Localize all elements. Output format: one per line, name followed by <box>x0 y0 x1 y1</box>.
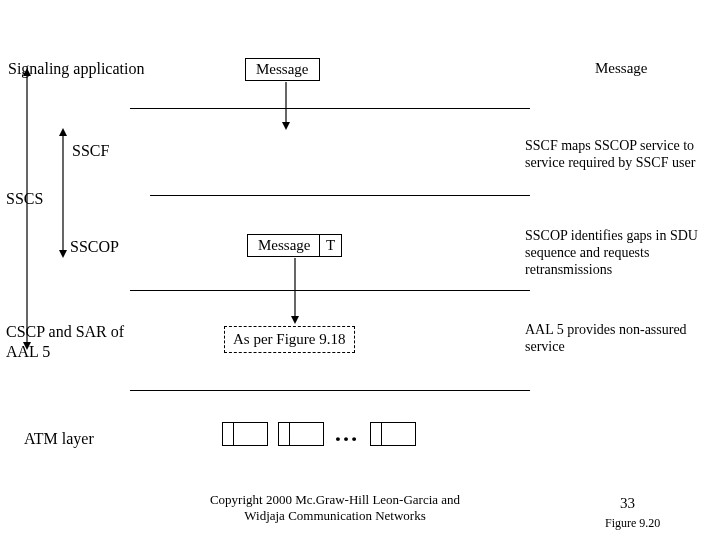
page-number: 33 <box>620 495 635 512</box>
sscop-note: SSCOP identifies gaps in SDU sequence an… <box>525 228 715 278</box>
divider-4 <box>130 390 530 391</box>
trailer-box: T <box>319 234 342 257</box>
message-box-top: Message <box>245 58 320 81</box>
divider-1 <box>130 108 530 109</box>
message-box-mid: Message <box>247 234 320 257</box>
sscf-label: SSCF <box>72 142 109 160</box>
svg-marker-6 <box>59 128 67 136</box>
divider-3 <box>130 290 530 291</box>
atm-layer-label: ATM layer <box>24 430 94 448</box>
svg-marker-7 <box>59 250 67 258</box>
aal-note: AAL 5 provides non-assured service <box>525 322 715 356</box>
aal-figure-box: As per Figure 9.18 <box>224 326 355 353</box>
svg-marker-3 <box>23 68 31 76</box>
svg-marker-9 <box>291 316 299 324</box>
cscp-sar-label: CSCP and SAR of AAL 5 <box>6 322 124 362</box>
sscop-label: SSCOP <box>70 238 119 256</box>
svg-marker-1 <box>282 122 290 130</box>
message-label-right: Message <box>595 60 648 77</box>
arrow-down-1 <box>281 82 291 130</box>
atm-cell <box>222 422 268 446</box>
atm-cell <box>278 422 324 446</box>
arrow-down-2 <box>290 258 300 324</box>
sscs-span-arrow <box>22 68 32 350</box>
ellipsis: … <box>334 420 360 446</box>
copyright-text: Copyright 2000 Mc.Graw-Hill Leon-Garcia … <box>190 492 480 523</box>
atm-cell <box>370 422 416 446</box>
sscf-sscop-span-arrow <box>58 128 68 258</box>
sscf-note: SSCF maps SSCOP service to service requi… <box>525 138 715 172</box>
atm-cells: … <box>222 420 422 447</box>
divider-2 <box>150 195 530 196</box>
figure-reference: Figure 9.20 <box>605 516 660 531</box>
